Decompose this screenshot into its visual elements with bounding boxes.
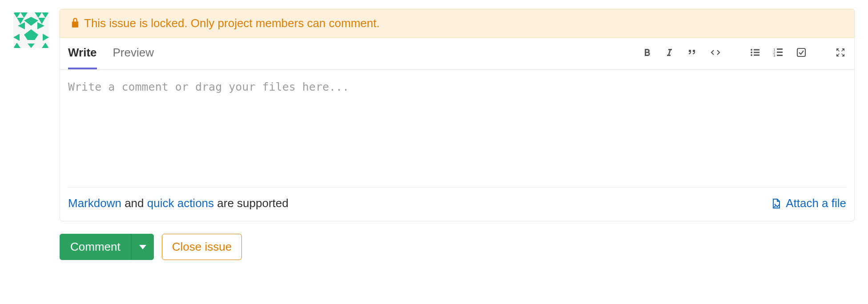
svg-rect-19: [754, 52, 760, 53]
fullscreen-icon[interactable]: [835, 47, 846, 58]
attach-file-label: Attach a file: [786, 196, 846, 210]
svg-rect-25: [777, 52, 783, 53]
locked-banner: This issue is locked. Only project membe…: [60, 9, 855, 38]
lock-icon: [71, 17, 80, 30]
comment-dropdown-toggle[interactable]: [132, 234, 154, 260]
italic-icon[interactable]: [664, 47, 675, 58]
svg-point-20: [751, 54, 752, 56]
comment-button-group: Comment: [60, 234, 154, 260]
avatar[interactable]: [13, 12, 49, 48]
svg-rect-17: [754, 49, 760, 50]
task-list-icon[interactable]: [796, 47, 807, 58]
bold-icon[interactable]: [642, 47, 652, 58]
close-issue-button[interactable]: Close issue: [162, 234, 242, 260]
code-icon[interactable]: [709, 47, 722, 58]
markdown-link[interactable]: Markdown: [68, 196, 121, 210]
comment-button[interactable]: Comment: [60, 234, 132, 260]
svg-text:3: 3: [773, 54, 776, 58]
svg-rect-27: [777, 55, 783, 56]
bullet-list-icon[interactable]: [749, 47, 761, 58]
quick-actions-link[interactable]: quick actions: [147, 196, 214, 210]
attach-file-button[interactable]: Attach a file: [771, 196, 846, 210]
quote-icon[interactable]: [686, 47, 698, 58]
tab-write[interactable]: Write: [68, 46, 97, 69]
locked-banner-text: This issue is locked. Only project membe…: [84, 16, 380, 30]
svg-rect-23: [777, 48, 783, 50]
markdown-toolbar: 123: [642, 47, 846, 60]
svg-point-18: [751, 52, 752, 53]
comment-editor: Write Preview: [60, 38, 855, 221]
comment-textarea[interactable]: [68, 70, 846, 185]
numbered-list-icon[interactable]: 123: [772, 47, 784, 58]
svg-rect-28: [797, 48, 805, 56]
svg-rect-21: [754, 54, 760, 56]
svg-point-16: [751, 49, 752, 51]
markdown-help-text: Markdown and quick actions are supported: [68, 196, 289, 210]
svg-marker-30: [139, 245, 146, 249]
svg-point-29: [775, 204, 776, 205]
tab-preview[interactable]: Preview: [113, 46, 154, 69]
